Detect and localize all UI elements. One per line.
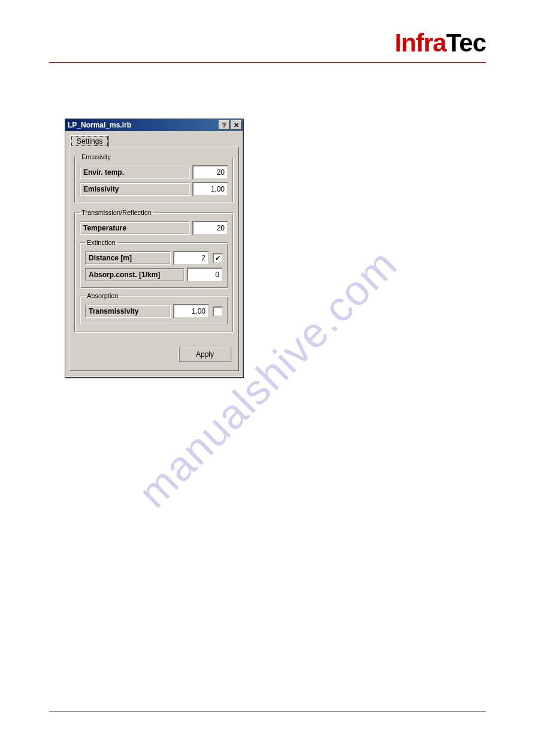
row-emissivity: Emissivity 1,00 <box>80 182 228 196</box>
input-emissivity[interactable]: 1,00 <box>192 182 228 196</box>
footer-divider <box>49 711 486 712</box>
dialog-titlebar[interactable]: LP_Normal_ms.irb ? ✕ <box>65 119 243 131</box>
group-emissivity: Emissivity Envir. temp. 20 Emissivity 1,… <box>74 153 234 203</box>
label-emissivity: Emissivity <box>80 183 190 196</box>
apply-row: Apply <box>74 339 234 363</box>
input-absorp-const[interactable]: 0 <box>187 268 223 282</box>
dialog-body: Settings Emissivity Envir. temp. 20 Emis… <box>65 131 243 377</box>
checkbox-absorption[interactable] <box>213 306 223 317</box>
row-transmissivity: Transmissivity 1,00 <box>85 304 223 318</box>
legend-trans-refl: Transmission/Reflection <box>80 209 153 216</box>
settings-dialog: LP_Normal_ms.irb ? ✕ Settings Emissivity… <box>65 119 243 378</box>
brand-part2: Tec <box>446 29 486 57</box>
close-button[interactable]: ✕ <box>231 120 241 130</box>
label-temperature: Temperature <box>80 221 190 235</box>
page: InfraTec manualshive.com LP_Normal_ms.ir… <box>0 0 535 756</box>
row-envir-temp: Envir. temp. 20 <box>80 165 228 180</box>
legend-absorption: Absorption <box>85 292 120 299</box>
legend-emissivity: Emissivity <box>80 153 113 160</box>
group-absorption: Absorption Transmissivity 1,00 <box>80 292 228 325</box>
tab-settings[interactable]: Settings <box>70 135 109 147</box>
group-transmission-reflection: Transmission/Reflection Temperature 20 E… <box>74 209 234 333</box>
brand-part1: Infra <box>395 29 446 57</box>
input-envir-temp[interactable]: 20 <box>192 165 228 180</box>
legend-extinction: Extinction <box>85 239 117 246</box>
checkbox-extinction[interactable]: ✔ <box>213 253 223 263</box>
group-extinction: Extinction Distance [m] 2 ✔ Absorp.const… <box>80 239 228 289</box>
row-temperature: Temperature 20 <box>80 221 228 235</box>
label-absorp-const: Absorp.const. [1/km] <box>85 268 185 281</box>
row-distance: Distance [m] 2 ✔ <box>85 251 223 265</box>
label-distance: Distance [m] <box>85 251 171 265</box>
dialog-title: LP_Normal_ms.irb <box>68 121 217 129</box>
help-button[interactable]: ? <box>219 120 229 130</box>
tab-panel: Emissivity Envir. temp. 20 Emissivity 1,… <box>69 147 239 371</box>
input-temperature[interactable]: 20 <box>192 221 228 235</box>
header-divider <box>49 62 486 63</box>
input-distance[interactable]: 2 <box>173 251 209 265</box>
apply-button[interactable]: Apply <box>179 346 231 362</box>
brand-logo: InfraTec <box>395 29 486 57</box>
row-absorp-const: Absorp.const. [1/km] 0 <box>85 268 223 282</box>
label-transmissivity: Transmissivity <box>85 305 171 318</box>
label-envir-temp: Envir. temp. <box>80 166 190 179</box>
input-transmissivity[interactable]: 1,00 <box>173 304 209 318</box>
